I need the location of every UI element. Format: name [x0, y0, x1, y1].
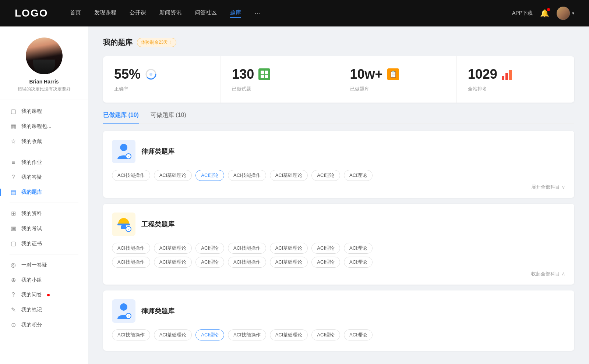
table-cell-2 [265, 71, 268, 74]
page-title: 我的题库 [103, 38, 133, 47]
nav-discover[interactable]: 发现课程 [94, 9, 116, 18]
sidebar-item-favorites[interactable]: ☆ 我的收藏 [4, 134, 84, 149]
chevron-down-icon: ▾ [572, 11, 574, 16]
tag-2a-6[interactable]: ACI理论 [344, 243, 373, 254]
group-icon: ⊕ [10, 276, 17, 283]
tag-1-5[interactable]: ACI理论 [311, 170, 340, 181]
course-icon: ▢ [10, 108, 17, 115]
coursepack-icon: ▦ [10, 123, 17, 130]
tags-row-3: ACI技能操作 ACI基础理论 ACI理论 ACI技能操作 ACI基础理论 AC… [112, 329, 565, 340]
sidebar-item-mycourse[interactable]: ▢ 我的课程 [4, 104, 84, 119]
1on1-icon: ◎ [10, 261, 17, 268]
page-header: 我的题库 体验剩余23天！ [103, 38, 574, 47]
qbank-section-3: ✓ 律师类题库 ACI技能操作 ACI基础理论 ACI理论 ACI技能操作 AC… [103, 290, 574, 351]
tag-3-5[interactable]: ACI理论 [311, 329, 340, 340]
tag-3-2[interactable]: ACI理论 [195, 329, 224, 340]
tab-available[interactable]: 可做题库 (10) [151, 111, 186, 124]
bar-3 [509, 70, 512, 80]
svg-rect-8 [121, 225, 126, 229]
sidebar-item-questions[interactable]: ? 我的问答 [4, 288, 84, 302]
tag-1-2[interactable]: ACI理论 [195, 170, 224, 181]
nav-more[interactable]: ··· [254, 9, 260, 18]
stat-rank-value: 1029 [468, 67, 497, 82]
app-download-link[interactable]: APP下载 [512, 10, 533, 17]
qbank-icon-lawyer-2: ✓ [112, 299, 135, 323]
tag-2b-6[interactable]: ACI理论 [344, 257, 373, 268]
table-icon-inner [261, 71, 268, 78]
tabs-row: 已做题库 (10) 可做题库 (10) [103, 111, 574, 124]
nav-home[interactable]: 首页 [70, 9, 81, 18]
tag-3-6[interactable]: ACI理论 [344, 329, 373, 340]
engineer-svg: ✓ [114, 215, 133, 233]
tag-1-6[interactable]: ACI理论 [344, 170, 373, 181]
stat-banks-value: 10w+ [350, 67, 383, 82]
nav-qbank[interactable]: 题库 [230, 9, 241, 18]
expand-link-1[interactable]: 展开全部科目 ∨ [112, 184, 565, 190]
user-avatar-wrapper[interactable]: ▾ [557, 7, 574, 20]
tag-2b-1[interactable]: ACI基础理论 [154, 257, 192, 268]
sidebar-item-points[interactable]: ⊙ 我的积分 [4, 317, 84, 332]
tag-2a-1[interactable]: ACI基础理论 [154, 243, 192, 254]
tag-3-1[interactable]: ACI基础理论 [154, 329, 192, 340]
stat-accuracy: 55% 正确率 [103, 56, 221, 103]
tag-3-3[interactable]: ACI技能操作 [228, 329, 266, 340]
tag-2a-2[interactable]: ACI理论 [195, 243, 224, 254]
sidebar-label-mycourse: 我的课程 [21, 108, 42, 115]
stat-questions-label: 已做试题 [232, 86, 327, 92]
tag-2a-0[interactable]: ACI技能操作 [112, 243, 150, 254]
qbank-icon-lawyer-1: ✓ [112, 140, 135, 163]
nav-news[interactable]: 新闻资讯 [159, 9, 181, 18]
sidebar-label-certificate: 我的证书 [21, 240, 42, 247]
sidebar-item-qa[interactable]: ? 我的答疑 [4, 170, 84, 185]
tag-2a-5[interactable]: ACI理论 [311, 243, 340, 254]
bar-2 [505, 73, 508, 80]
qbank-section-1: ✓ 律师类题库 ACI技能操作 ACI基础理论 ACI理论 ACI技能操作 AC… [103, 131, 574, 198]
sidebar-item-group[interactable]: ⊕ 我的小组 [4, 272, 84, 288]
tag-2a-3[interactable]: ACI技能操作 [228, 243, 266, 254]
svg-text:✓: ✓ [127, 314, 130, 318]
sidebar-label-qa: 我的答疑 [21, 174, 42, 181]
qbank-name-1: 律师类题库 [141, 147, 174, 156]
tab-done[interactable]: 已做题库 (10) [103, 111, 139, 124]
stat-banks-top: 10w+ 📋 [350, 67, 445, 82]
nav-qa[interactable]: 问答社区 [195, 9, 217, 18]
table-cell-1 [261, 71, 264, 74]
profile-avatar [26, 38, 63, 74]
tag-2b-5[interactable]: ACI理论 [311, 257, 340, 268]
tag-2b-4[interactable]: ACI基础理论 [270, 257, 308, 268]
sidebar-item-certificate[interactable]: ▢ 我的证书 [4, 236, 84, 251]
collapse-link-2[interactable]: 收起全部科目 ∧ [112, 271, 565, 277]
sidebar-item-coursepack[interactable]: ▦ 我的课程包... [4, 119, 84, 134]
profile-motto: 错误的决定比没有决定要好 [18, 86, 71, 92]
qbank-header-3: ✓ 律师类题库 [112, 299, 565, 323]
tag-1-3[interactable]: ACI技能操作 [228, 170, 266, 181]
tag-1-4[interactable]: ACI基础理论 [270, 170, 308, 181]
star-icon: ☆ [10, 138, 17, 145]
tag-2b-3[interactable]: ACI技能操作 [228, 257, 266, 268]
sidebar-label-homework: 我的作业 [21, 159, 42, 166]
tag-2b-0[interactable]: ACI技能操作 [112, 257, 150, 268]
sidebar-item-homework[interactable]: ≡ 我的作业 [4, 155, 84, 170]
tag-3-0[interactable]: ACI技能操作 [112, 329, 150, 340]
svg-point-2 [149, 73, 152, 76]
main-layout: Brian Harris 错误的决定比没有决定要好 ▢ 我的课程 ▦ 我的课程包… [0, 0, 589, 364]
exam-icon: ▩ [10, 225, 17, 232]
tag-1-1[interactable]: ACI基础理论 [154, 170, 192, 181]
stat-accuracy-value: 55% [114, 67, 141, 82]
stat-questions-top: 130 [232, 67, 327, 82]
qbank-header-1: ✓ 律师类题库 [112, 140, 565, 163]
tag-3-4[interactable]: ACI基础理论 [270, 329, 308, 340]
tag-2a-4[interactable]: ACI基础理论 [270, 243, 308, 254]
sidebar-item-exam[interactable]: ▩ 我的考试 [4, 221, 84, 236]
notification-bell[interactable]: 🔔 [540, 9, 549, 18]
nav-opencourse[interactable]: 公开课 [130, 9, 146, 18]
sidebar-item-materials[interactable]: ⊞ 我的资料 [4, 206, 84, 221]
sidebar-label-questions: 我的问答 [21, 292, 42, 298]
tag-2b-2[interactable]: ACI理论 [195, 257, 224, 268]
sidebar-item-qbank[interactable]: ▤ 我的题库 [4, 185, 84, 200]
profile-name: Brian Harris [29, 79, 59, 85]
sidebar-label-notes: 我的笔记 [21, 307, 42, 313]
sidebar-item-1on1[interactable]: ◎ 一对一答疑 [4, 257, 84, 272]
tag-1-0[interactable]: ACI技能操作 [112, 170, 150, 181]
sidebar-item-notes[interactable]: ✎ 我的笔记 [4, 302, 84, 317]
